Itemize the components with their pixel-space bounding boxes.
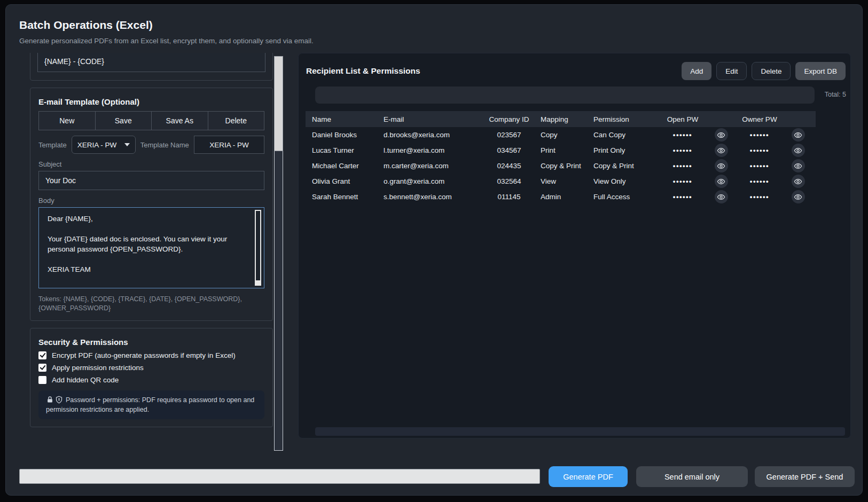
eye-icon	[717, 162, 725, 170]
template-name-value: XERIA - PW	[209, 141, 249, 149]
col-mapping: Mapping	[541, 115, 593, 123]
template-save-button[interactable]: Save	[95, 111, 152, 130]
send-email-only-button[interactable]: Send email only	[636, 466, 748, 487]
reveal-open-pw-button[interactable]	[715, 175, 728, 188]
chevron-down-icon	[124, 143, 130, 146]
table-row[interactable]: Lucas Turner l.turner@xeria.com 034567 P…	[312, 143, 809, 158]
template-label: Template	[38, 141, 67, 149]
template-dropdown-value: XERIA - PW	[77, 141, 117, 149]
body-value: Dear {NAME}, Your {DATE} dated doc is en…	[48, 214, 248, 274]
qr-code-label: Add hidden QR code	[52, 376, 119, 384]
template-save-as-button[interactable]: Save As	[151, 111, 208, 130]
cell-mapping: Copy & Print	[541, 162, 593, 170]
template-delete-button[interactable]: Delete	[208, 111, 265, 130]
recipient-panel-title: Recipient List & Permissions	[306, 66, 420, 76]
cell-permission: Can Copy	[593, 131, 655, 139]
cell-mapping: View	[541, 177, 593, 185]
body-scrollbar-thumb[interactable]	[256, 280, 260, 285]
generate-pdf-send-button[interactable]: Generate PDF + Send	[755, 466, 855, 487]
encrypt-pdf-checkbox-row[interactable]: Encrypt PDF (auto-generate passwords if …	[38, 351, 264, 359]
filename-pattern-section: {NAME} - {CODE}	[30, 53, 273, 81]
recipient-search-input[interactable]	[315, 87, 815, 104]
eye-icon	[794, 146, 802, 155]
reveal-owner-pw-button[interactable]	[792, 159, 805, 172]
security-title: Security & Permissions	[38, 337, 264, 347]
reveal-owner-pw-button[interactable]	[792, 144, 805, 157]
cell-company-id: 023567	[478, 131, 541, 139]
cell-company-id: 034567	[478, 146, 541, 154]
export-db-button[interactable]: Export DB	[795, 62, 846, 80]
reveal-owner-pw-button[interactable]	[792, 128, 805, 142]
add-recipient-button[interactable]: Add	[682, 62, 711, 80]
col-company-id: Company ID	[478, 115, 541, 123]
table-row[interactable]: Michael Carter m.carter@xeria.com 024435…	[312, 158, 809, 174]
body-scrollbar[interactable]	[255, 210, 261, 286]
cell-company-id: 024435	[478, 162, 541, 170]
cell-permission: Full Access	[593, 193, 655, 201]
table-row[interactable]: Sarah Bennett s.bennett@xeria.com 011145…	[312, 189, 809, 205]
page-title: Batch Operations (Excel)	[19, 19, 153, 32]
cell-mapping: Admin	[541, 193, 593, 201]
template-name-input[interactable]: XERIA - PW	[194, 136, 264, 154]
cell-name: Sarah Bennett	[312, 193, 384, 201]
eye-icon	[717, 193, 725, 201]
cell-open-pw-mask: ••••••	[655, 146, 710, 154]
table-header-row: Name E-mail Company ID Mapping Permissio…	[306, 111, 816, 127]
template-select-row: Template XERIA - PW Template Name XERIA …	[38, 136, 264, 154]
reveal-open-pw-button[interactable]	[715, 144, 728, 157]
cell-email: d.brooks@xeria.com	[384, 131, 478, 139]
delete-recipient-button[interactable]: Delete	[752, 62, 791, 80]
cell-permission: Print Only	[593, 146, 655, 154]
body-textarea[interactable]: Dear {NAME}, Your {DATE} dated doc is en…	[38, 207, 264, 288]
body-label: Body	[38, 197, 264, 205]
recipient-actions: Add Edit Delete Export DB	[682, 62, 846, 80]
filename-pattern-input[interactable]: {NAME} - {CODE}	[37, 53, 265, 72]
cell-owner-pw-mask: ••••••	[732, 193, 787, 201]
qr-code-checkbox[interactable]	[38, 376, 46, 384]
cell-permission: Copy & Print	[593, 162, 655, 170]
apply-permissions-checkbox[interactable]	[38, 364, 46, 372]
reveal-open-pw-button[interactable]	[715, 128, 728, 142]
eye-icon	[717, 131, 725, 139]
encrypt-pdf-checkbox[interactable]	[38, 351, 46, 359]
reveal-owner-pw-button[interactable]	[792, 175, 805, 188]
apply-permissions-checkbox-row[interactable]: Apply permission restrictions	[38, 364, 264, 372]
total-count-label: Total: 5	[825, 91, 846, 98]
eye-icon	[717, 177, 725, 186]
reveal-open-pw-button[interactable]	[715, 159, 728, 172]
edit-recipient-button[interactable]: Edit	[716, 62, 747, 80]
subject-label: Subject	[38, 160, 264, 168]
subject-input[interactable]: Your Doc	[38, 171, 264, 190]
email-template-title: E-mail Template (Optional)	[38, 97, 264, 107]
left-panel-scrollbar-thumb[interactable]	[274, 56, 283, 151]
cell-email: l.turner@xeria.com	[384, 146, 478, 154]
cell-email: s.bennett@xeria.com	[384, 193, 478, 201]
reveal-owner-pw-button[interactable]	[792, 190, 805, 203]
apply-permissions-label: Apply permission restrictions	[52, 364, 144, 372]
cell-open-pw-mask: ••••••	[655, 131, 710, 139]
table-row[interactable]: Daniel Brooks d.brooks@xeria.com 023567 …	[312, 127, 809, 143]
table-row[interactable]: Olivia Grant o.grant@xeria.com 032564 Vi…	[312, 174, 809, 189]
generate-pdf-button[interactable]: Generate PDF	[549, 466, 628, 487]
tokens-note: Tokens: {NAME}, {CODE}, {TRACE}, {DATE},…	[38, 295, 264, 313]
eye-icon	[794, 177, 802, 186]
filename-pattern-value: {NAME} - {CODE}	[44, 57, 104, 66]
page-subtitle: Generate personalized PDFs from an Excel…	[19, 37, 314, 45]
left-panel-scrollbar[interactable]	[274, 56, 283, 451]
progress-bar	[19, 469, 540, 484]
security-permissions-section: Security & Permissions Encrypt PDF (auto…	[30, 328, 273, 427]
col-open-pw: Open PW	[655, 115, 710, 123]
col-owner-pw: Owner PW	[732, 115, 787, 123]
template-new-button[interactable]: New	[38, 111, 96, 130]
cell-mapping: Print	[541, 146, 593, 154]
qr-code-checkbox-row[interactable]: Add hidden QR code	[38, 376, 264, 384]
shield-icon	[55, 396, 63, 404]
template-button-row: New Save Save As Delete	[38, 111, 264, 130]
cell-open-pw-mask: ••••••	[655, 177, 710, 185]
eye-icon	[717, 146, 725, 155]
cell-permission: View Only	[593, 177, 655, 185]
reveal-open-pw-button[interactable]	[715, 190, 728, 203]
table-horizontal-scrollbar[interactable]	[315, 427, 845, 436]
left-settings-scroll-area: {NAME} - {CODE} E-mail Template (Optiona…	[25, 53, 287, 452]
template-dropdown[interactable]: XERIA - PW	[72, 136, 136, 154]
